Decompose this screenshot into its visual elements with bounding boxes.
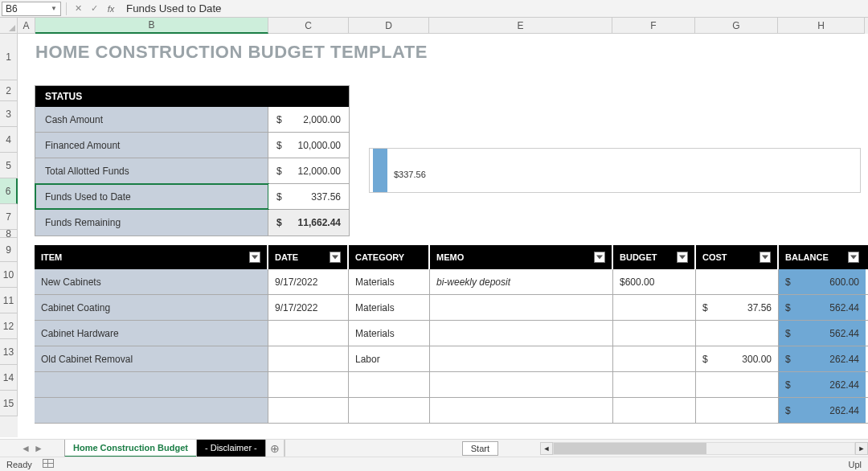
cancel-icon[interactable]: ✕ [72, 3, 84, 14]
cell-category[interactable]: Labor [349, 346, 430, 371]
cell-memo[interactable]: bi-weekly deposit [430, 269, 613, 294]
cell-item[interactable] [35, 372, 268, 397]
name-box[interactable]: B6 ▼ [2, 2, 61, 16]
status-chart[interactable]: $337.56 [369, 148, 861, 193]
col-header-item[interactable]: ITEM [35, 245, 268, 269]
table-row[interactable]: $262.44 [35, 372, 868, 398]
col-head-H[interactable]: H [778, 18, 865, 34]
col-head-G[interactable]: G [695, 18, 778, 34]
row-head-4[interactable]: 4 [0, 127, 18, 153]
cell-date[interactable] [268, 372, 349, 397]
filter-icon[interactable] [330, 252, 341, 263]
chevron-right-icon[interactable]: ► [34, 443, 43, 454]
col-head-A[interactable]: A [18, 18, 35, 34]
cell-item[interactable]: New Cabinets [35, 269, 268, 294]
col-header-budget[interactable]: BUDGET [613, 245, 696, 269]
cell-category[interactable] [349, 372, 430, 397]
cell-item[interactable]: Cabinet Hardware [35, 321, 268, 346]
row-head-3[interactable]: 3 [0, 101, 18, 127]
cell-balance[interactable]: $262.44 [779, 372, 866, 397]
row-head-9[interactable]: 9 [0, 238, 18, 262]
cell-cost[interactable] [696, 269, 779, 294]
row-head-14[interactable]: 14 [0, 365, 18, 391]
tab-disclaimer[interactable]: - Disclaimer - [196, 440, 266, 457]
scroll-thumb[interactable] [554, 443, 706, 454]
tab-home-construction-budget[interactable]: Home Construction Budget [64, 440, 197, 457]
scroll-left-icon[interactable]: ◄ [540, 442, 553, 455]
scroll-right-icon[interactable]: ► [855, 442, 868, 455]
cell-date[interactable]: 9/17/2022 [268, 295, 349, 320]
row-head-2[interactable]: 2 [0, 80, 18, 101]
col-head-B[interactable]: B [35, 18, 268, 34]
status-row[interactable]: Funds Remaining$11,662.44 [35, 210, 349, 236]
cell-balance[interactable]: $262.44 [779, 398, 866, 423]
cell-budget[interactable]: $600.00 [613, 269, 696, 294]
table-row[interactable]: Old Cabinet RemovalLabor$300.00$262.44 [35, 346, 868, 372]
row-head-7[interactable]: 7 [0, 204, 18, 230]
cell-budget[interactable] [613, 372, 696, 397]
cell-date[interactable] [268, 398, 349, 423]
cell-memo[interactable] [430, 321, 613, 346]
cell-cost[interactable] [696, 321, 779, 346]
cell-memo[interactable] [430, 372, 613, 397]
accept-icon[interactable]: ✓ [88, 3, 100, 14]
cell-balance[interactable]: $600.00 [779, 269, 866, 294]
col-head-F[interactable]: F [612, 18, 695, 34]
cell-item[interactable] [35, 398, 268, 423]
cell-balance[interactable]: $562.44 [779, 321, 866, 346]
row-head-13[interactable]: 13 [0, 339, 18, 365]
cell-item[interactable]: Old Cabinet Removal [35, 346, 268, 371]
table-row[interactable]: New Cabinets9/17/2022Materialsbi-weekly … [35, 269, 868, 295]
row-head-8[interactable]: 8 [0, 230, 18, 238]
start-button[interactable]: Start [462, 441, 498, 456]
cell-category[interactable]: Materials [349, 295, 430, 320]
filter-icon[interactable] [594, 252, 605, 263]
new-sheet-button[interactable]: ⊕ [265, 440, 285, 457]
grid-canvas[interactable]: HOME CONSTRUCTION BUDGET TEMPLATE STATUS… [18, 34, 868, 437]
filter-icon[interactable] [249, 252, 260, 263]
filter-icon[interactable] [848, 252, 859, 263]
cell-budget[interactable] [613, 321, 696, 346]
cell-category[interactable]: Materials [349, 269, 430, 294]
select-all-corner[interactable] [0, 18, 18, 34]
cell-budget[interactable] [613, 398, 696, 423]
cell-memo[interactable] [430, 398, 613, 423]
cell-memo[interactable] [430, 346, 613, 371]
cell-category[interactable] [349, 398, 430, 423]
col-head-C[interactable]: C [268, 18, 349, 34]
tab-nav-arrows[interactable]: ◄ ► [0, 443, 64, 454]
cell-balance[interactable]: $262.44 [779, 346, 866, 371]
row-head-5[interactable]: 5 [0, 153, 18, 178]
status-row[interactable]: Total Allotted Funds$12,000.00 [35, 158, 349, 184]
cell-category[interactable]: Materials [349, 321, 430, 346]
cell-memo[interactable] [430, 295, 613, 320]
formula-input[interactable] [121, 2, 866, 16]
chevron-left-icon[interactable]: ◄ [21, 443, 31, 454]
cell-budget[interactable] [613, 295, 696, 320]
fx-icon[interactable]: fx [104, 4, 118, 14]
table-row[interactable]: $262.44 [35, 398, 868, 424]
row-head-15[interactable]: 15 [0, 391, 18, 416]
sheet-grid[interactable]: 123456789101112131415 HOME CONSTRUCTION … [0, 34, 868, 437]
col-header-date[interactable]: DATE [268, 245, 349, 269]
row-head-6[interactable]: 6 [0, 178, 18, 204]
cell-date[interactable]: 9/17/2022 [268, 269, 349, 294]
filter-icon[interactable] [677, 252, 688, 263]
status-row[interactable]: Cash Amount$2,000.00 [35, 107, 349, 133]
row-head-11[interactable]: 11 [0, 288, 18, 313]
cell-item[interactable]: Cabinet Coating [35, 295, 268, 320]
row-head-1[interactable]: 1 [0, 34, 18, 80]
cell-budget[interactable] [613, 346, 696, 371]
col-header-cost[interactable]: COST [696, 245, 779, 269]
col-header-balance[interactable]: BALANCE [779, 245, 866, 269]
cell-date[interactable] [268, 346, 349, 371]
cell-cost[interactable]: $37.56 [696, 295, 779, 320]
row-head-10[interactable]: 10 [0, 262, 18, 288]
cell-cost[interactable] [696, 398, 779, 423]
col-head-D[interactable]: D [349, 18, 429, 34]
status-row[interactable]: Funds Used to Date$337.56 [35, 184, 349, 210]
filter-icon[interactable] [760, 252, 771, 263]
col-header-category[interactable]: CATEGORY [349, 245, 430, 269]
cell-cost[interactable]: $300.00 [696, 346, 779, 371]
scroll-track[interactable] [553, 442, 855, 455]
